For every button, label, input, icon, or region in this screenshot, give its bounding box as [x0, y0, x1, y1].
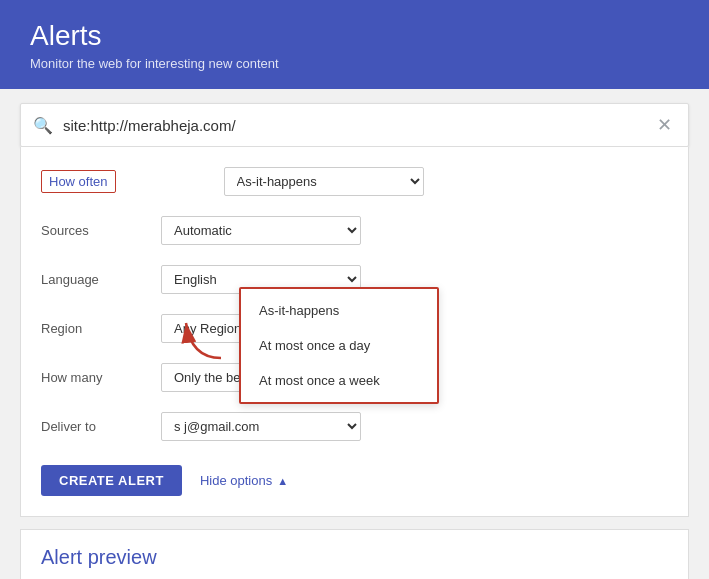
main-panel: How often As-it-happens At most once a d… [20, 147, 689, 517]
sources-select[interactable]: Automatic Blogs News Web [161, 216, 361, 245]
deliver-to-row: Deliver to s j@gmail.com [41, 402, 668, 451]
how-often-label: How often [41, 170, 116, 193]
how-often-row: How often As-it-happens At most once a d… [41, 157, 668, 206]
deliver-to-select[interactable]: s j@gmail.com [161, 412, 361, 441]
header-subtitle: Monitor the web for interesting new cont… [30, 56, 679, 71]
deliver-to-label: Deliver to [41, 419, 161, 434]
header: Alerts Monitor the web for interesting n… [0, 0, 709, 89]
page-title: Alerts [30, 20, 679, 52]
how-often-dropdown: As-it-happens At most once a day At most… [239, 287, 439, 404]
chevron-up-icon: ▲ [277, 475, 288, 487]
search-input[interactable] [63, 117, 653, 134]
hide-options-link[interactable]: Hide options ▲ [200, 473, 288, 488]
dropdown-item-as-it-happens[interactable]: As-it-happens [241, 293, 437, 328]
how-often-select[interactable]: As-it-happens At most once a day At most… [224, 167, 424, 196]
region-label: Region [41, 321, 161, 336]
dropdown-item-once-a-week[interactable]: At most once a week [241, 363, 437, 398]
preview-title: Alert preview [41, 546, 668, 569]
close-icon[interactable]: ✕ [653, 112, 676, 138]
search-icon: 🔍 [33, 116, 53, 135]
search-bar: 🔍 ✕ [20, 103, 689, 147]
hide-options-label: Hide options [200, 473, 272, 488]
dropdown-item-once-a-day[interactable]: At most once a day [241, 328, 437, 363]
sources-label: Sources [41, 223, 161, 238]
alert-preview-panel: Alert preview BLOGS [20, 529, 689, 579]
options-area: How often As-it-happens At most once a d… [41, 147, 668, 451]
sources-row: Sources Automatic Blogs News Web [41, 206, 668, 255]
how-many-label: How many [41, 370, 161, 385]
language-label: Language [41, 272, 161, 287]
search-bar-area: 🔍 ✕ [0, 89, 709, 147]
bottom-row: CREATE ALERT Hide options ▲ [41, 451, 668, 496]
create-alert-button[interactable]: CREATE ALERT [41, 465, 182, 496]
